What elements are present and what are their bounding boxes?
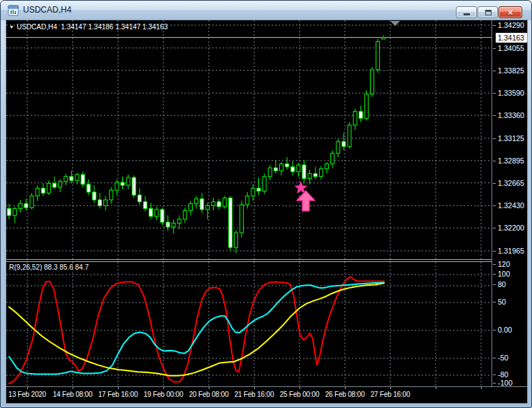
candle-body bbox=[223, 198, 226, 207]
axis-tick bbox=[493, 205, 496, 206]
time-axis-label: 25 Feb 00:00 bbox=[275, 391, 324, 398]
axis-tick bbox=[493, 330, 496, 330]
indicator-axis-label: 80 bbox=[498, 280, 506, 289]
axis-tick bbox=[493, 383, 496, 384]
indicator-label: R(9,26,52) 88.3 85.6 84.7 bbox=[9, 263, 89, 271]
price-axis-label: 1.32895 bbox=[498, 156, 524, 165]
candle-body bbox=[132, 177, 135, 195]
candle-body bbox=[371, 70, 374, 94]
candle-body bbox=[189, 204, 193, 211]
title-bar[interactable]: USDCAD,H4 × bbox=[1, 1, 531, 20]
time-axis-tick bbox=[436, 387, 436, 389]
chart-client-area: ▼USDCAD,H4 1.34147 1.34186 1.34147 1.341… bbox=[6, 20, 527, 403]
price-axis-label: 1.33825 bbox=[498, 66, 524, 75]
minimize-icon bbox=[464, 13, 470, 15]
indicator-axis-label: 100 bbox=[498, 270, 510, 278]
time-axis[interactable]: 13 Feb 202014 Feb 08:0017 Feb 16:0019 Fe… bbox=[6, 386, 527, 403]
axis-tick bbox=[493, 374, 496, 375]
chart-icon bbox=[8, 5, 19, 16]
price-axis-label: 1.33590 bbox=[498, 89, 524, 97]
minimize-button[interactable] bbox=[456, 6, 477, 18]
candle-body bbox=[195, 199, 198, 204]
main-chart-canvas[interactable] bbox=[6, 20, 492, 259]
time-axis-tick bbox=[481, 387, 482, 389]
candle-body bbox=[308, 174, 311, 179]
indicator-canvas[interactable] bbox=[6, 262, 492, 386]
candle-body bbox=[121, 182, 124, 185]
candle-body bbox=[155, 210, 158, 217]
candle-body bbox=[30, 196, 34, 207]
time-axis-label: 27 Feb 16:00 bbox=[366, 391, 415, 398]
candle-body bbox=[177, 219, 181, 224]
candle-body bbox=[92, 192, 96, 200]
readout-symbol: USDCAD,H4 bbox=[17, 23, 57, 31]
candle-body bbox=[348, 125, 351, 147]
restore-button[interactable] bbox=[478, 6, 498, 18]
candle-body bbox=[325, 164, 329, 169]
candle-body bbox=[268, 168, 272, 177]
price-axis-label: 1.32665 bbox=[498, 179, 524, 187]
candle-body bbox=[70, 177, 73, 181]
candle-body bbox=[376, 42, 380, 70]
axis-tick bbox=[493, 25, 496, 26]
readout-open: 1.34147 bbox=[61, 23, 86, 31]
chart-window: USDCAD,H4 × ▼USDCAD,H4 1.34147 1.34186 1… bbox=[0, 0, 532, 408]
candle-body bbox=[212, 202, 215, 206]
time-axis-tick bbox=[118, 387, 119, 389]
restore-icon bbox=[485, 10, 492, 15]
close-button[interactable]: × bbox=[498, 6, 522, 18]
time-axis-label: 17 Feb 16:00 bbox=[94, 391, 142, 398]
candle-body bbox=[274, 168, 277, 170]
candle-body bbox=[382, 38, 385, 39]
indicator-axis-label: -100 bbox=[498, 379, 512, 387]
time-axis-tick bbox=[163, 387, 164, 389]
candle-body bbox=[257, 188, 260, 191]
axis-tick bbox=[493, 161, 496, 161]
price-axis[interactable]: 1.342901.340551.338251.335901.333601.331… bbox=[492, 20, 527, 386]
axis-tick bbox=[493, 284, 496, 285]
axis-tick bbox=[493, 115, 496, 116]
price-axis-label: 1.34290 bbox=[498, 21, 524, 29]
ohlc-readout[interactable]: ▼USDCAD,H4 1.34147 1.34186 1.34147 1.341… bbox=[9, 23, 168, 31]
candle-body bbox=[98, 200, 102, 205]
price-axis-label: 1.33360 bbox=[498, 111, 524, 119]
symbol-dropdown-icon[interactable]: ▼ bbox=[9, 24, 14, 29]
indicator-values: 88.3 85.6 84.7 bbox=[44, 263, 89, 271]
axis-tick bbox=[493, 228, 496, 228]
candle-body bbox=[161, 210, 164, 222]
candle-body bbox=[206, 205, 209, 210]
candle-body bbox=[240, 205, 244, 233]
candle-body bbox=[319, 169, 323, 177]
candle-body bbox=[81, 175, 84, 184]
candle-body bbox=[246, 196, 249, 205]
candle-body bbox=[36, 188, 39, 196]
price-axis-label: 1.34055 bbox=[498, 44, 524, 52]
time-axis-tick bbox=[345, 387, 346, 389]
candle-body bbox=[217, 202, 221, 207]
time-axis-tick bbox=[27, 387, 28, 389]
candle-body bbox=[364, 94, 368, 119]
candle-body bbox=[19, 204, 22, 209]
candle-body bbox=[183, 210, 186, 219]
candle-body bbox=[313, 174, 317, 177]
candle-body bbox=[286, 164, 289, 167]
indicator-axis-label: 120 bbox=[498, 260, 510, 268]
indicator-axis-label: -80 bbox=[498, 370, 508, 379]
candle-body bbox=[126, 177, 130, 185]
time-axis-tick bbox=[209, 387, 209, 389]
time-axis-label: 21 Feb 16:00 bbox=[230, 391, 279, 398]
price-axis-label: 1.33125 bbox=[498, 134, 524, 143]
candle-body bbox=[337, 142, 340, 154]
candle-body bbox=[342, 142, 346, 147]
indicator-line-mid bbox=[9, 283, 384, 374]
candle-body bbox=[302, 165, 306, 178]
candle-body bbox=[280, 164, 283, 171]
axis-tick bbox=[493, 251, 496, 252]
candle-body bbox=[24, 204, 28, 208]
time-axis-label: 20 Feb 08:00 bbox=[184, 391, 233, 398]
indicator-name: R(9,26,52) bbox=[9, 263, 42, 271]
time-axis-tick bbox=[254, 387, 255, 389]
candle-body bbox=[166, 222, 170, 227]
indicator-axis-label: 50 bbox=[498, 298, 506, 306]
candle-body bbox=[297, 165, 300, 172]
